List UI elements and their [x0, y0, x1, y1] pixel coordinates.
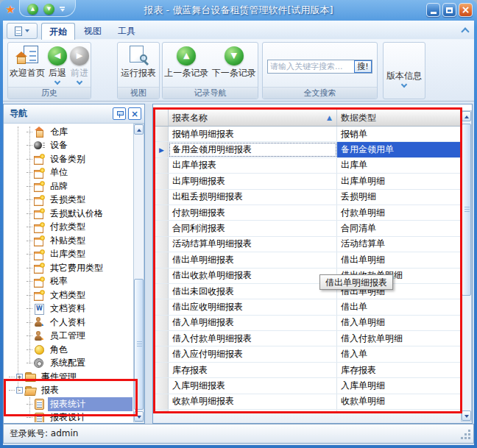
table-row[interactable]: 报销单明细报表 报销单 — [155, 127, 460, 142]
scrollbar-thumb[interactable] — [462, 124, 471, 296]
table-row[interactable]: 收款单明细报表 收款单明细 — [155, 394, 460, 410]
cell-report-name[interactable]: 借出应收明细报表 — [169, 299, 337, 314]
tree-item[interactable]: + 事件管理 — [4, 370, 132, 384]
cell-data-type[interactable]: 丢损明细 — [337, 190, 460, 205]
scroll-up-button[interactable] — [462, 111, 471, 121]
tree-item[interactable]: 丢损类型 — [4, 193, 132, 207]
cell-report-name[interactable]: 借入付款单明细报表 — [169, 331, 337, 346]
scroll-up-button[interactable] — [134, 124, 144, 135]
tree-item[interactable]: 品牌 — [4, 179, 132, 193]
tree-item[interactable]: 报表统计 — [4, 397, 132, 411]
pin-panel-button[interactable] — [113, 107, 126, 120]
tree-item[interactable]: 仓库 — [4, 125, 132, 139]
table-row[interactable]: 合同利润报表 合同清单 — [155, 221, 460, 236]
previous-record-button[interactable]: ▲ 上一条记录 — [164, 45, 208, 78]
search-go-button[interactable]: 搜! — [354, 60, 372, 73]
tree-item[interactable]: 付款类型 — [4, 221, 132, 235]
table-row[interactable]: 出库单报表 出库单 — [155, 158, 460, 174]
table-row[interactable]: 借出单明细报表 借出单明细 — [155, 252, 460, 268]
tree-item[interactable]: 个人资料 — [4, 316, 132, 330]
cell-report-name[interactable]: 合同利润报表 — [169, 221, 337, 235]
table-row[interactable]: 借出未回收报表 借出单明细 — [155, 284, 460, 299]
table-row[interactable]: 库存报表 库存报表 — [155, 363, 460, 378]
cell-data-type[interactable]: 付款单明细 — [337, 205, 460, 220]
version-info-button[interactable]: 版本信息 — [386, 71, 422, 87]
cell-report-name[interactable]: 借入单明细报表 — [169, 316, 337, 330]
ribbon-collapse-icon[interactable] — [462, 27, 468, 34]
cell-data-type[interactable]: 活动结算单 — [337, 237, 460, 252]
cell-data-type[interactable]: 借出单明细 — [337, 252, 460, 267]
tree-item[interactable]: 员工管理 — [4, 330, 132, 344]
close-button[interactable]: × — [459, 3, 473, 17]
cell-data-type[interactable]: 出库单 — [337, 158, 460, 173]
tree-item[interactable]: 角色 — [4, 343, 132, 357]
table-row[interactable]: 出库明细报表 出库单明细 — [155, 174, 460, 189]
forward-button[interactable]: ▶ 前进 — [70, 45, 89, 84]
tree-item[interactable]: 系统配置 — [4, 357, 132, 371]
cell-data-type[interactable]: 入库单 — [337, 410, 460, 411]
table-row[interactable]: 借出应收明细报表 借出单 — [155, 299, 460, 315]
qat-customize-icon[interactable] — [60, 7, 65, 12]
cell-data-type[interactable]: 收款单明细 — [337, 394, 460, 409]
tree-item[interactable]: - 报表 — [4, 384, 132, 398]
cell-report-name[interactable]: 退仓明细报表 — [169, 410, 337, 411]
quick-down-button[interactable]: ▼ — [43, 4, 54, 15]
scroll-down-button[interactable] — [134, 411, 144, 422]
ribbon-tab[interactable]: 工具 — [110, 23, 143, 40]
scrollbar-thumb[interactable] — [134, 279, 144, 410]
table-row[interactable]: 活动结算单明细报表 活动结算单 — [155, 237, 460, 252]
cell-data-type[interactable]: 借入付款单明细 — [337, 331, 460, 346]
quick-up-button[interactable]: ▲ — [27, 4, 38, 15]
table-row[interactable]: 借入单明细报表 借入单明细 — [155, 316, 460, 331]
minimize-button[interactable] — [426, 3, 440, 17]
cell-data-type[interactable]: 出库单明细 — [337, 174, 460, 188]
cell-data-type[interactable]: 借出单 — [337, 299, 460, 314]
tree-item[interactable]: 单位 — [4, 166, 132, 180]
tree-item[interactable]: 补贴类型 — [4, 234, 132, 248]
table-row[interactable]: 退仓明细报表 入库单 — [155, 410, 460, 411]
tree-item[interactable]: 文档资料 — [4, 302, 132, 316]
next-record-button[interactable]: ▼ 下一条记录 — [212, 45, 256, 78]
welcome-home-button[interactable]: 欢迎首页 — [10, 45, 45, 78]
scroll-down-button[interactable] — [462, 410, 471, 421]
cell-report-name[interactable]: 入库明细报表 — [169, 378, 337, 393]
cell-report-name[interactable]: 借出未回收报表 — [169, 284, 337, 299]
table-row[interactable]: 借入付款单明细报表 借入付款单明细 — [155, 331, 460, 346]
cell-report-name[interactable]: 收款单明细报表 — [169, 394, 337, 409]
sidebar-scrollbar[interactable] — [133, 124, 144, 422]
tree-item[interactable]: 文档类型 — [4, 288, 132, 302]
cell-data-type[interactable]: 借入单明细 — [337, 316, 460, 330]
table-row[interactable]: 付款明细报表 付款单明细 — [155, 205, 460, 221]
cell-report-name[interactable]: 借入应付明细报表 — [169, 346, 337, 361]
table-scrollbar[interactable] — [461, 110, 472, 422]
tree-item[interactable]: 其它费用类型 — [4, 261, 132, 275]
table-row[interactable]: 入库明细报表 入库单明细 — [155, 378, 460, 394]
chevron-down-icon[interactable] — [402, 82, 406, 87]
table-row[interactable]: 借出收款单明细报表 借出收款单明细 — [155, 269, 460, 284]
cell-report-name[interactable]: 借出单明细报表 — [169, 252, 337, 267]
cell-data-type[interactable]: 备用金领用单 — [337, 142, 460, 157]
chevron-down-icon[interactable] — [77, 79, 82, 84]
chevron-down-icon[interactable] — [55, 79, 60, 84]
cell-data-type[interactable]: 报销单 — [337, 127, 460, 141]
cell-data-type[interactable]: 借入单 — [337, 346, 460, 361]
cell-report-name[interactable]: 出库明细报表 — [169, 174, 337, 188]
header-data-type[interactable]: 数据类型 — [337, 110, 460, 126]
cell-report-name[interactable]: 出租丢损明细报表 — [169, 190, 337, 205]
cell-report-name[interactable]: 出库单报表 — [169, 158, 337, 173]
cell-report-name[interactable]: 借出收款单明细报表 — [169, 269, 337, 283]
resize-grip[interactable] — [462, 430, 471, 440]
table-row[interactable]: ▶ 备用金领用明细报表 备用金领用单 — [155, 142, 460, 157]
cell-report-name[interactable]: 库存报表 — [169, 363, 337, 377]
maximize-button[interactable] — [442, 3, 456, 17]
tree-item[interactable]: 报表设计 — [4, 411, 132, 423]
cell-data-type[interactable]: 库存报表 — [337, 363, 460, 377]
cell-report-name[interactable]: 活动结算单明细报表 — [169, 237, 337, 252]
cell-report-name[interactable]: 报销单明细报表 — [169, 127, 337, 141]
ribbon-tab[interactable]: 开始 — [41, 23, 75, 40]
tree-item[interactable]: 设备类别 — [4, 152, 132, 166]
application-menu-button[interactable] — [7, 23, 38, 39]
search-input[interactable] — [268, 62, 354, 71]
table-row[interactable]: 出租丢损明细报表 丢损明细 — [155, 190, 460, 205]
tree-item[interactable]: 丢损默认价格 — [4, 207, 132, 221]
